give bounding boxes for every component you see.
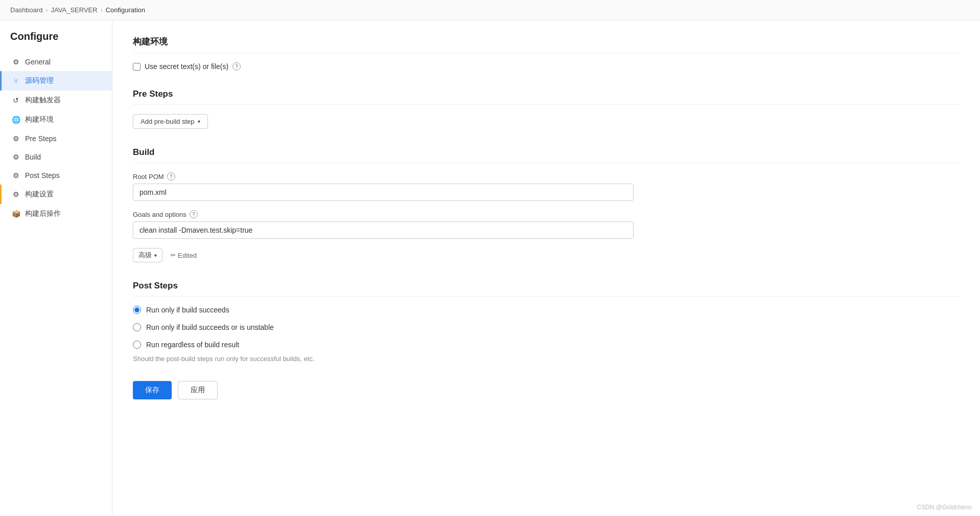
watermark: CSDN @Goldchenn bbox=[917, 504, 972, 511]
settings-icon: ⚙ bbox=[12, 190, 20, 198]
build-env-title: 构建环境 bbox=[133, 36, 960, 53]
post-steps-option1-label: Run only if build succeeds bbox=[146, 306, 229, 314]
breadcrumb-config: Configuration bbox=[106, 6, 145, 14]
use-secret-row: Use secret text(s) or file(s) ? bbox=[133, 62, 960, 71]
root-pom-label: Root POM ? bbox=[133, 172, 960, 181]
sidebar-label-post-steps: Post Steps bbox=[25, 171, 60, 180]
post-steps-radio3[interactable] bbox=[133, 341, 141, 349]
post-steps-option1[interactable]: Run only if build succeeds bbox=[133, 306, 960, 314]
apply-button[interactable]: 应用 bbox=[178, 381, 218, 399]
goals-options-group: Goals and options ? bbox=[133, 210, 960, 239]
sidebar-item-post-build[interactable]: 📦 构建后操作 bbox=[0, 204, 112, 223]
root-pom-group: Root POM ? bbox=[133, 172, 960, 201]
advanced-button[interactable]: 高级 ▾ bbox=[133, 248, 162, 262]
edited-label: Edited bbox=[178, 252, 197, 259]
post-steps-radio2[interactable] bbox=[133, 323, 141, 331]
post-steps-title: Post Steps bbox=[133, 281, 960, 297]
add-step-dropdown-icon: ▾ bbox=[198, 119, 200, 124]
add-pre-build-step-button[interactable]: Add pre-build step ▾ bbox=[133, 114, 208, 129]
sidebar-item-source-management[interactable]: ⑂ 源码管理 bbox=[0, 71, 112, 91]
pre-steps-section: Pre Steps Add pre-build step ▾ bbox=[133, 89, 960, 129]
breadcrumb-sep-1: › bbox=[46, 7, 48, 14]
build-env-section: 构建环境 Use secret text(s) or file(s) ? bbox=[133, 36, 960, 71]
use-secret-label: Use secret text(s) or file(s) bbox=[145, 62, 228, 71]
goals-help-icon[interactable]: ? bbox=[190, 210, 198, 218]
sidebar-item-general[interactable]: ⚙ General bbox=[0, 53, 112, 71]
sidebar-label-build-env: 构建环境 bbox=[25, 115, 54, 124]
build-icon: ⚙ bbox=[12, 153, 20, 161]
post-steps-note: Should the post-build steps run only for… bbox=[133, 355, 960, 363]
save-button[interactable]: 保存 bbox=[133, 381, 172, 399]
pre-steps-icon: ⚙ bbox=[12, 134, 20, 143]
breadcrumb-dashboard[interactable]: Dashboard bbox=[10, 6, 43, 14]
sidebar-label-build-settings: 构建设置 bbox=[25, 190, 54, 199]
advanced-chevron-icon: ▾ bbox=[154, 253, 157, 258]
gear-icon: ⚙ bbox=[12, 58, 20, 66]
build-title: Build bbox=[133, 147, 960, 163]
goals-options-input[interactable] bbox=[133, 221, 634, 239]
sidebar-label-build: Build bbox=[25, 153, 41, 161]
sidebar-label-general: General bbox=[25, 58, 51, 66]
pencil-icon: ✏ bbox=[171, 252, 176, 259]
footer-actions: 保存 应用 bbox=[133, 381, 960, 420]
breadcrumb: Dashboard › JAVA_SERVER › Configuration bbox=[0, 0, 980, 20]
root-pom-input[interactable] bbox=[133, 184, 634, 201]
advanced-label: 高级 bbox=[138, 251, 152, 260]
post-build-icon: 📦 bbox=[12, 210, 20, 218]
sidebar-item-build-triggers[interactable]: ↺ 构建触发器 bbox=[0, 91, 112, 110]
trigger-icon: ↺ bbox=[12, 96, 20, 104]
sidebar-item-build-env[interactable]: 🌐 构建环境 bbox=[0, 110, 112, 129]
add-pre-build-step-label: Add pre-build step bbox=[141, 118, 195, 125]
sidebar-item-build-settings[interactable]: ⚙ 构建设置 bbox=[0, 185, 112, 204]
sidebar-item-post-steps[interactable]: ⚙ Post Steps bbox=[0, 166, 112, 185]
advanced-row: 高级 ▾ ✏ Edited bbox=[133, 248, 960, 262]
breadcrumb-java-server[interactable]: JAVA_SERVER bbox=[51, 6, 98, 14]
sidebar-label-source-management: 源码管理 bbox=[25, 76, 54, 85]
post-steps-option2-label: Run only if build succeeds or is unstabl… bbox=[146, 323, 274, 331]
sidebar-label-post-build: 构建后操作 bbox=[25, 209, 61, 218]
post-steps-radio-group: Run only if build succeeds Run only if b… bbox=[133, 306, 960, 349]
sidebar-title: Configure bbox=[0, 31, 112, 53]
post-steps-option3[interactable]: Run regardless of build result bbox=[133, 341, 960, 349]
sidebar-label-pre-steps: Pre Steps bbox=[25, 134, 56, 143]
post-steps-option3-label: Run regardless of build result bbox=[146, 341, 239, 349]
sidebar-label-build-triggers: 构建触发器 bbox=[25, 96, 61, 105]
sidebar-item-build[interactable]: ⚙ Build bbox=[0, 148, 112, 166]
pre-steps-title: Pre Steps bbox=[133, 89, 960, 105]
source-icon: ⑂ bbox=[12, 77, 20, 85]
post-steps-radio1[interactable] bbox=[133, 306, 141, 314]
sidebar-item-pre-steps[interactable]: ⚙ Pre Steps bbox=[0, 129, 112, 148]
breadcrumb-sep-2: › bbox=[101, 7, 103, 14]
root-pom-help-icon[interactable]: ? bbox=[167, 172, 175, 181]
use-secret-checkbox[interactable] bbox=[133, 63, 141, 71]
env-icon: 🌐 bbox=[12, 116, 20, 124]
use-secret-help-icon[interactable]: ? bbox=[232, 62, 241, 71]
post-steps-option2[interactable]: Run only if build succeeds or is unstabl… bbox=[133, 323, 960, 331]
post-steps-icon: ⚙ bbox=[12, 171, 20, 180]
goals-options-label: Goals and options ? bbox=[133, 210, 960, 218]
build-section: Build Root POM ? Goals and options ? bbox=[133, 147, 960, 262]
main-content: 构建环境 Use secret text(s) or file(s) ? Pre… bbox=[112, 20, 980, 516]
post-steps-section: Post Steps Run only if build succeeds Ru… bbox=[133, 281, 960, 363]
sidebar: Configure ⚙ General ⑂ 源码管理 ↺ 构建触发器 🌐 构建环… bbox=[0, 20, 112, 516]
edited-badge: ✏ Edited bbox=[171, 252, 197, 259]
